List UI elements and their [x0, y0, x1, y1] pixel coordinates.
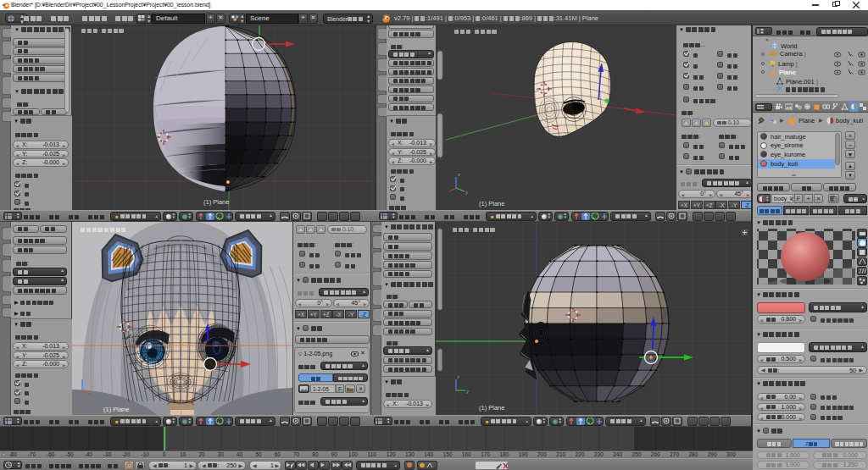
svg-text:(1) Plane: (1) Plane: [479, 200, 504, 207]
svg-text:z: z: [84, 375, 86, 380]
svg-text:z: z: [457, 374, 459, 379]
svg-text:y: y: [466, 389, 469, 394]
svg-text:(1) Plane: (1) Plane: [479, 404, 504, 412]
svg-text:z: z: [458, 172, 460, 177]
svg-text:y: y: [465, 190, 468, 195]
svg-text:(1) Plane: (1) Plane: [203, 198, 229, 206]
svg-text:(1) Plane: (1) Plane: [103, 406, 129, 413]
